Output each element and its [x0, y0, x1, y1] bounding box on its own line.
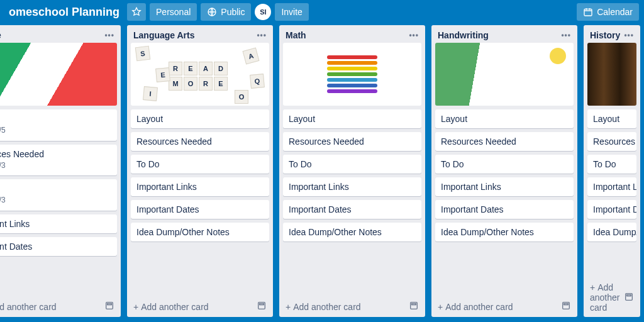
list: Language Arts ••• READMORESAIOEQ LayoutR… — [127, 25, 273, 317]
personal-button[interactable]: Personal — [150, 3, 197, 21]
public-button[interactable]: Public — [201, 3, 251, 21]
cards-container: LayoutResources NTo DoImportant LinImpor… — [584, 109, 640, 278]
list-title[interactable]: Math — [286, 30, 306, 40]
add-card-button[interactable]: +Add another card — [431, 296, 577, 317]
card[interactable]: Layout — [131, 109, 269, 128]
add-card-button[interactable]: +Add another card — [127, 296, 273, 317]
card[interactable]: ources Needed0/3 — [0, 145, 117, 176]
card[interactable]: Layout — [587, 109, 636, 128]
cards-container: LayoutResources NeededTo DoImportant Lin… — [279, 109, 425, 296]
add-card-button[interactable]: +Add another card — [584, 278, 640, 317]
checklist-badge: 0/5 — [0, 126, 6, 135]
card-title: ortant Dates — [0, 242, 111, 252]
card[interactable]: Important Links — [435, 177, 574, 196]
card[interactable]: Idea Dump/Other Notes — [283, 223, 421, 242]
card-title: Do — [0, 184, 111, 194]
card[interactable]: ortant Dates — [0, 237, 117, 256]
list-menu-button[interactable]: ••• — [257, 31, 267, 40]
card[interactable]: To Do — [587, 155, 636, 174]
card[interactable]: Resources Needed — [131, 132, 269, 151]
list-menu-button[interactable]: ••• — [624, 31, 634, 40]
svg-rect-12 — [564, 304, 569, 305]
template-icon[interactable] — [104, 301, 114, 313]
template-icon[interactable] — [257, 301, 267, 313]
card-title: Important Links — [289, 182, 416, 192]
card[interactable]: Do0/3 — [0, 179, 117, 211]
card-title: Idea Dump/Other Notes — [136, 227, 264, 237]
card-title: Important Da — [593, 204, 631, 214]
card-title: Idea Dump/O — [593, 227, 631, 237]
card[interactable]: Idea Dump/Other Notes — [435, 223, 574, 242]
card-title: Resources Needed — [136, 136, 264, 147]
avatar[interactable]: SI — [255, 4, 271, 20]
plus-icon: + — [590, 282, 595, 292]
list-menu-button[interactable]: ••• — [409, 31, 419, 40]
card-title: To Do — [593, 159, 631, 169]
card[interactable]: To Do — [131, 155, 269, 174]
card[interactable]: ortant Links — [0, 214, 117, 233]
card[interactable]: Resources Needed — [435, 132, 574, 151]
checklist-badge: 0/3 — [0, 196, 6, 204]
card-title: Resources N — [593, 136, 631, 147]
board: ence ••• out0/5ources Needed0/3Do0/3orta… — [0, 24, 644, 322]
card[interactable]: Important Dates — [435, 200, 574, 219]
cover-image — [283, 43, 421, 106]
board-title[interactable]: omeschool Planning — [5, 6, 123, 19]
star-button[interactable] — [127, 3, 146, 21]
cover-image — [0, 43, 117, 106]
template-icon[interactable] — [561, 301, 571, 313]
globe-icon — [207, 7, 217, 17]
card-title: out — [0, 114, 111, 124]
card-title: Important Lin — [593, 182, 631, 192]
card-title: Important Dates — [289, 204, 416, 214]
card[interactable]: out0/5 — [0, 109, 117, 141]
add-card-button[interactable]: +Add another card — [279, 296, 425, 317]
list-title[interactable]: Language Arts — [133, 30, 195, 40]
card[interactable]: Layout — [283, 109, 421, 128]
card[interactable]: Important Links — [131, 177, 269, 196]
svg-rect-6 — [108, 304, 112, 305]
list-menu-button[interactable]: ••• — [104, 31, 114, 40]
card[interactable]: Resources N — [587, 132, 636, 151]
list-title[interactable]: History — [590, 30, 620, 40]
calendar-icon — [583, 7, 593, 17]
svg-rect-14 — [627, 294, 631, 296]
card[interactable]: Important Lin — [587, 177, 636, 196]
card[interactable]: Important Dates — [131, 200, 269, 219]
card-title: Resources Needed — [441, 136, 568, 147]
template-icon[interactable] — [624, 292, 634, 304]
star-icon — [131, 7, 142, 17]
card-title: To Do — [441, 159, 568, 169]
list: Handwriting ••• LayoutResources NeededTo… — [431, 25, 577, 317]
card-title: ortant Links — [0, 219, 111, 229]
cover-image: READMORESAIOEQ — [131, 43, 269, 106]
card[interactable]: Important Links — [283, 177, 421, 196]
invite-button[interactable]: Invite — [275, 3, 308, 21]
cover-image — [435, 43, 574, 106]
card-title: Layout — [441, 114, 568, 124]
calendar-button[interactable]: Calendar — [577, 3, 639, 21]
list-menu-button[interactable]: ••• — [561, 31, 571, 40]
card[interactable]: Important Da — [587, 200, 636, 219]
card[interactable]: Idea Dump/Other Notes — [131, 223, 269, 242]
cards-container: LayoutResources NeededTo DoImportant Lin… — [127, 109, 273, 296]
svg-rect-10 — [412, 304, 416, 305]
public-label: Public — [221, 7, 245, 17]
card-title: Resources Needed — [289, 136, 416, 147]
list: ence ••• out0/5ources Needed0/3Do0/3orta… — [0, 25, 121, 317]
plus-icon: + — [438, 302, 443, 312]
template-icon[interactable] — [409, 301, 419, 313]
card[interactable]: Resources Needed — [283, 132, 421, 151]
card[interactable]: Layout — [435, 109, 574, 128]
card-title: Important Links — [441, 182, 568, 192]
card[interactable]: To Do — [435, 155, 574, 174]
card[interactable]: Idea Dump/O — [587, 223, 636, 242]
card[interactable]: Important Dates — [283, 200, 421, 219]
list-title[interactable]: Handwriting — [438, 30, 489, 40]
card[interactable]: To Do — [283, 155, 421, 174]
list: History ••• LayoutResources NTo DoImport… — [584, 25, 640, 317]
add-card-button[interactable]: +Add another card — [0, 296, 121, 317]
list-title[interactable]: ence — [0, 30, 1, 40]
card-title: Idea Dump/Other Notes — [289, 227, 416, 237]
cover-image — [587, 43, 636, 106]
